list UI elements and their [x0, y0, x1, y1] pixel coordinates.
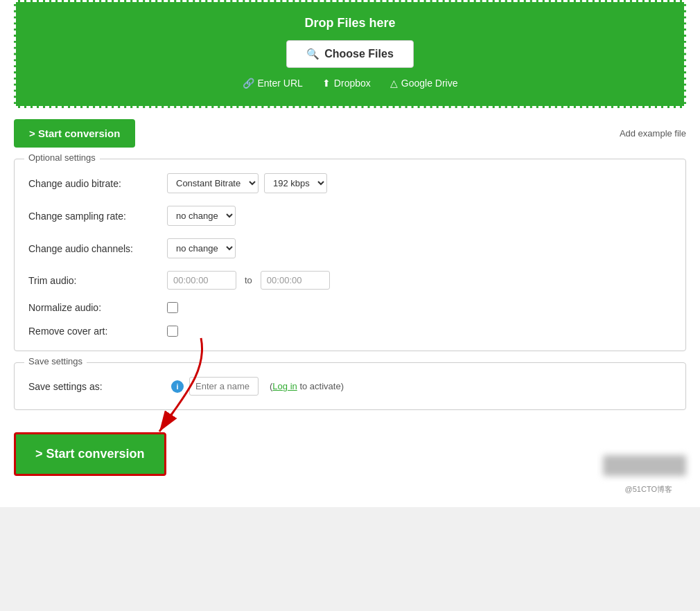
drop-zone[interactable]: Drop Files here 🔍 Choose Files 🔗 Enter U… [14, 0, 686, 108]
google-drive-icon: △ [390, 78, 398, 89]
search-icon: 🔍 [306, 48, 320, 60]
link-icon: 🔗 [243, 78, 254, 89]
trim-label: Trim audio: [28, 275, 167, 286]
enter-url-link[interactable]: 🔗 Enter URL [243, 78, 303, 89]
sampling-select[interactable]: no change [167, 206, 236, 226]
blurred-badge [603, 455, 686, 476]
normalize-control [167, 302, 178, 313]
choose-files-button[interactable]: 🔍 Choose Files [286, 40, 414, 68]
add-example-link[interactable]: Add example file [620, 128, 686, 139]
login-activate-text: (Log in to activate) [270, 381, 344, 391]
channels-control: no change [167, 238, 236, 258]
channels-row: Change audio channels: no change [28, 238, 672, 258]
channels-select[interactable]: no change [167, 238, 236, 258]
normalize-row: Normalize audio: [28, 302, 672, 313]
remove-cover-row: Remove cover art: [28, 326, 672, 337]
save-settings-row: Save settings as: i (Log in to activate) [28, 377, 672, 396]
optional-settings-legend: Optional settings [24, 152, 100, 163]
trim-control: to [167, 271, 330, 290]
action-bar: > Start conversion Add example file [0, 108, 700, 159]
normalize-checkbox[interactable] [167, 302, 178, 313]
login-link[interactable]: Log in [272, 381, 297, 391]
bitrate-row: Change audio bitrate: Constant Bitrate 1… [28, 173, 672, 193]
remove-cover-label: Remove cover art: [28, 326, 167, 337]
remove-cover-checkbox[interactable] [167, 326, 178, 337]
watermark: @51CTO博客 [0, 484, 686, 502]
bitrate-type-select[interactable]: Constant Bitrate [167, 173, 259, 193]
trim-row: Trim audio: to [28, 271, 672, 290]
choose-files-label: Choose Files [324, 48, 394, 60]
save-settings-panel: Save settings Save settings as: i (Log i… [14, 362, 686, 410]
channels-label: Change audio channels: [28, 243, 167, 254]
dropbox-link[interactable]: ⬆ Dropbox [322, 78, 371, 89]
save-settings-label: Save settings as: [28, 381, 167, 392]
bitrate-label: Change audio bitrate: [28, 178, 167, 189]
start-conversion-button-top[interactable]: > Start conversion [14, 119, 135, 148]
bottom-section: > Start conversion [0, 421, 700, 490]
save-settings-input[interactable] [189, 377, 259, 396]
info-icon[interactable]: i [171, 380, 184, 393]
sampling-label: Change sampling rate: [28, 211, 167, 222]
remove-cover-control [167, 326, 178, 337]
start-conversion-button-bottom[interactable]: > Start conversion [14, 432, 166, 476]
sampling-row: Change sampling rate: no change [28, 206, 672, 226]
trim-separator: to [245, 275, 252, 285]
optional-settings-panel: Optional settings Change audio bitrate: … [14, 159, 686, 351]
trim-to-input[interactable] [261, 271, 330, 290]
dropbox-icon: ⬆ [322, 78, 331, 89]
google-drive-link[interactable]: △ Google Drive [390, 78, 458, 89]
drop-zone-text: Drop Files here [30, 16, 670, 30]
trim-from-input[interactable] [167, 271, 236, 290]
sampling-control: no change [167, 206, 236, 226]
normalize-label: Normalize audio: [28, 302, 167, 313]
bitrate-value-select[interactable]: 192 kbps [264, 173, 327, 193]
bitrate-control: Constant Bitrate 192 kbps [167, 173, 327, 193]
save-settings-legend: Save settings [24, 356, 87, 366]
save-settings-control: i (Log in to activate) [167, 377, 344, 396]
drop-links: 🔗 Enter URL ⬆ Dropbox △ Google Drive [30, 78, 670, 89]
